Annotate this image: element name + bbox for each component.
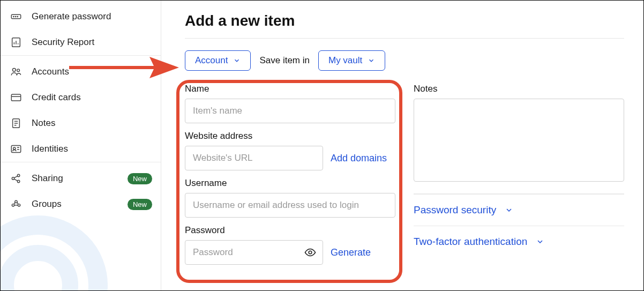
eye-icon (304, 246, 317, 259)
svg-point-20 (12, 177, 14, 180)
vault-dropdown[interactable]: My vault (318, 50, 385, 71)
sidebar-item-generate-password[interactable]: Generate password (1, 4, 161, 29)
save-in-label: Save item in (259, 55, 310, 66)
chevron-down-icon (368, 57, 375, 64)
svg-marker-29 (69, 57, 179, 78)
sidebar-item-label: Security Report (32, 37, 94, 48)
chevron-down-icon (536, 237, 544, 246)
item-type-dropdown[interactable]: Account (185, 50, 251, 71)
annotation-arrow (69, 51, 182, 84)
chevron-down-icon (505, 206, 513, 214)
accordion-two-factor[interactable]: Two-factor authentication (414, 226, 624, 257)
svg-point-28 (309, 251, 312, 254)
generate-password-link[interactable]: Generate (331, 247, 371, 258)
sidebar-item-sharing[interactable]: Sharing New (1, 166, 161, 191)
sidebar-item-label: Generate password (32, 11, 111, 22)
svg-point-8 (12, 68, 16, 71)
dropdown-label: Account (195, 55, 228, 66)
main-content: Add a new item Account Save item in My v… (161, 1, 643, 290)
toggle-password-visibility[interactable] (302, 244, 319, 261)
sidebar-item-label: Sharing (32, 173, 63, 184)
chevron-down-icon (233, 57, 241, 64)
item-toolbar: Account Save item in My vault (185, 50, 624, 71)
decorative-rings (1, 215, 108, 290)
sidebar-item-label: Accounts (32, 66, 69, 77)
accordion-label: Password security (414, 204, 496, 216)
accordion-label: Two-factor authentication (414, 236, 527, 248)
svg-rect-16 (11, 146, 20, 153)
item-form: Name Website address Add domains Usernam… (185, 84, 395, 265)
sidebar-item-groups[interactable]: Groups New (1, 191, 161, 217)
page-title: Add a new item (185, 12, 624, 29)
sidebar-group-tools: Generate password Security Report (1, 1, 161, 55)
svg-line-24 (14, 179, 18, 181)
name-label: Name (185, 84, 395, 94)
svg-point-25 (15, 200, 17, 203)
report-icon (10, 36, 22, 48)
secondary-panel: Notes Password security Two-factor authe… (414, 84, 624, 257)
svg-point-17 (13, 147, 16, 150)
share-icon (10, 173, 22, 184)
sidebar-item-label: Groups (32, 199, 62, 210)
svg-point-26 (12, 204, 14, 206)
divider (185, 38, 624, 39)
svg-point-1 (13, 16, 14, 17)
website-input[interactable] (185, 146, 323, 170)
svg-point-3 (17, 16, 18, 17)
new-badge: New (128, 199, 152, 210)
username-input[interactable] (185, 193, 395, 218)
svg-point-27 (18, 204, 20, 206)
svg-line-23 (14, 176, 18, 178)
svg-point-22 (17, 180, 19, 182)
sidebar-item-notes[interactable]: Notes (1, 110, 161, 136)
new-badge: New (128, 173, 152, 184)
password-label: Password (185, 225, 395, 236)
sidebar-item-label: Credit cards (32, 92, 81, 103)
dropdown-label: My vault (328, 55, 362, 66)
sidebar-group-collab: Sharing New Groups New (1, 162, 161, 217)
username-label: Username (185, 178, 395, 189)
sidebar: Generate password Security Report Accoun… (1, 1, 161, 290)
svg-point-2 (15, 16, 16, 17)
website-label: Website address (185, 131, 395, 141)
notes-textarea[interactable] (414, 99, 624, 182)
svg-point-9 (17, 69, 20, 72)
sidebar-item-identities[interactable]: Identities (1, 136, 161, 162)
accordion-password-security[interactable]: Password security (414, 194, 624, 226)
add-domains-link[interactable]: Add domains (331, 153, 387, 164)
notes-label: Notes (414, 84, 624, 94)
notes-icon (10, 117, 22, 129)
svg-point-21 (17, 174, 19, 176)
password-icon (10, 11, 22, 23)
name-input[interactable] (185, 99, 395, 123)
sidebar-item-credit-cards[interactable]: Credit cards (1, 85, 161, 110)
sidebar-item-label: Identities (32, 144, 68, 154)
card-icon (10, 92, 22, 103)
svg-rect-10 (11, 94, 20, 101)
accounts-icon (10, 66, 22, 78)
groups-icon (10, 198, 22, 210)
sidebar-item-label: Notes (32, 118, 55, 129)
identity-icon (10, 143, 22, 155)
